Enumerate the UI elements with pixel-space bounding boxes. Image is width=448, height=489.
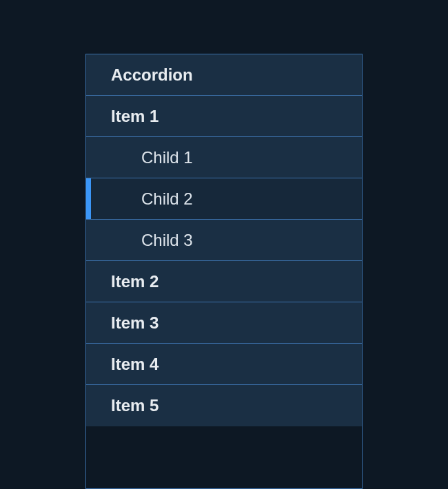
- accordion-child-3[interactable]: Child 3: [86, 220, 362, 261]
- accordion-item-4[interactable]: Item 4: [86, 344, 362, 385]
- accordion-child-label: Child 2: [141, 189, 193, 209]
- accordion-item-3[interactable]: Item 3: [86, 302, 362, 344]
- accordion-item-1[interactable]: Item 1: [86, 96, 362, 137]
- accordion-item-label: Item 1: [111, 107, 159, 126]
- accordion-child-label: Child 1: [141, 148, 193, 167]
- accordion-title-label: Accordion: [111, 65, 193, 85]
- accordion-title: Accordion: [86, 54, 362, 96]
- accordion-item-label: Item 5: [111, 396, 159, 415]
- accordion-item-label: Item 4: [111, 355, 159, 374]
- accordion-child-1[interactable]: Child 1: [86, 137, 362, 178]
- accordion: Accordion Item 1 Child 1 Child 2 Child 3…: [85, 54, 363, 489]
- accordion-item-label: Item 2: [111, 272, 159, 291]
- accordion-child-label: Child 3: [141, 231, 193, 250]
- accordion-item-2[interactable]: Item 2: [86, 261, 362, 302]
- active-indicator: [86, 178, 91, 219]
- accordion-child-2[interactable]: Child 2: [86, 178, 362, 220]
- accordion-item-5[interactable]: Item 5: [86, 385, 362, 426]
- accordion-item-label: Item 3: [111, 313, 159, 333]
